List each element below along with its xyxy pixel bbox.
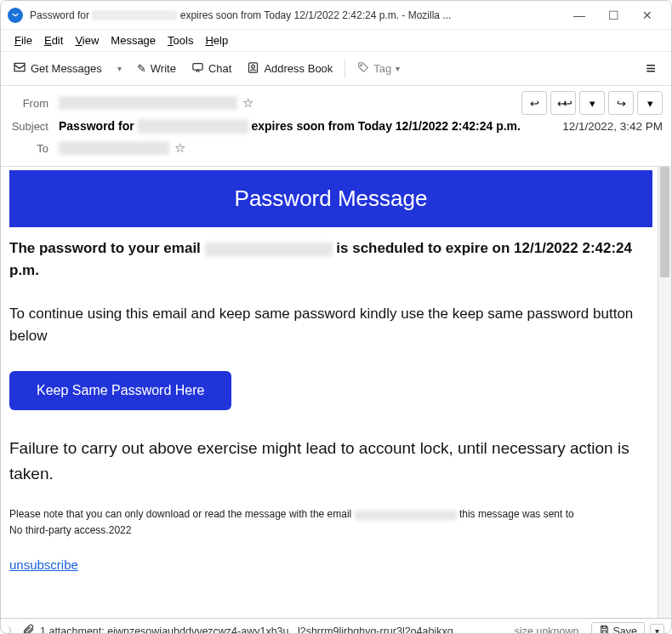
message-date: 12/1/2022, 3:42 PM [562, 120, 663, 133]
body-email-redacted [205, 243, 333, 256]
subject-suffix: expires soon from Today 12/1/2022 2:42:2… [251, 119, 520, 133]
svg-point-4 [361, 65, 362, 66]
toolbar: Get Messages ▾ ✎ Write Chat Address Book… [1, 52, 671, 86]
chat-label: Chat [208, 62, 231, 75]
maximize-button[interactable]: ☐ [596, 3, 630, 27]
chevron-down-icon: ▾ [396, 64, 400, 73]
expand-attachment-icon[interactable]: 〉 [8, 625, 17, 634]
body-line1-prefix: The password to your email [9, 240, 201, 256]
pencil-icon: ✎ [137, 62, 146, 75]
chevron-down-icon: ▾ [647, 97, 653, 110]
tag-button[interactable]: Tag ▾ [350, 57, 407, 80]
message-body[interactable]: Password Message The password to your em… [1, 167, 658, 618]
reply-icon: ↩ [530, 97, 539, 110]
from-value-redacted [59, 96, 237, 110]
window-title: Password for expires soon from Today 12/… [30, 9, 562, 21]
subject-redacted [138, 119, 248, 134]
menu-file[interactable]: File [9, 32, 37, 49]
vertical-scrollbar[interactable] [658, 167, 671, 618]
save-dropdown[interactable]: ▾ [650, 624, 664, 634]
reply-all-dropdown[interactable]: ▾ [579, 91, 605, 115]
reply-all-button[interactable]: ↩↩ [550, 91, 576, 115]
chevron-down-icon: ▾ [589, 97, 595, 110]
scrollbar-thumb[interactable] [660, 167, 669, 277]
email-banner: Password Message [9, 170, 652, 227]
star-icon[interactable]: ☆ [174, 140, 185, 156]
note2: No third-party access.2022 [9, 523, 652, 539]
menu-tools[interactable]: Tools [162, 32, 198, 49]
from-label: From [9, 97, 59, 110]
write-button[interactable]: ✎ Write [130, 58, 183, 79]
save-icon [599, 625, 610, 635]
get-messages-label: Get Messages [31, 62, 102, 75]
menu-message[interactable]: Message [105, 32, 161, 49]
address-book-icon [247, 61, 259, 77]
hamburger-icon: ≡ [646, 59, 656, 78]
write-label: Write [151, 62, 176, 75]
window-titlebar: Password for expires soon from Today 12/… [1, 1, 671, 30]
tag-icon [357, 61, 369, 76]
download-icon [13, 60, 26, 77]
address-book-button[interactable]: Address Book [240, 57, 339, 81]
app-icon [8, 8, 23, 23]
svg-point-3 [252, 65, 255, 68]
title-prefix: Password for [30, 9, 89, 21]
get-messages-dropdown[interactable]: ▾ [111, 60, 128, 77]
body-warning: Failure to carry out above exercise migh… [9, 436, 652, 486]
forward-dropdown[interactable]: ▾ [637, 91, 663, 115]
app-menu-button[interactable]: ≡ [635, 54, 666, 83]
toolbar-separator [345, 60, 345, 78]
menubar: File Edit View Message Tools Help [1, 30, 671, 52]
menu-edit[interactable]: Edit [39, 32, 68, 49]
attachment-text[interactable]: 1 attachment: ejwnzesowiaubddvyezcwz4-aw… [40, 625, 453, 635]
menu-help[interactable]: Help [200, 32, 233, 49]
forward-icon: ↪ [617, 97, 626, 110]
to-label: To [9, 142, 59, 155]
reply-actions: ↩ ↩↩ ▾ ↪ ▾ [521, 91, 663, 115]
svg-rect-1 [193, 63, 202, 70]
title-redacted [92, 10, 177, 20]
reply-all-icon: ↩↩ [557, 97, 569, 110]
keep-password-button[interactable]: Keep Same Password Here [9, 371, 231, 410]
svg-rect-6 [602, 631, 606, 633]
title-suffix: expires soon from Today 12/1/2022 2:42:2… [180, 9, 452, 21]
note-suffix: this message was sent to [459, 508, 574, 520]
note-redacted [355, 511, 457, 520]
paperclip-icon [22, 624, 35, 635]
chevron-down-icon: ▾ [655, 626, 659, 634]
star-icon[interactable]: ☆ [242, 95, 253, 111]
save-label: Save [613, 625, 638, 635]
message-headers: From ☆ ↩ ↩↩ ▾ ↪ ▾ Subject Password for e… [1, 86, 671, 167]
close-button[interactable]: ✕ [630, 3, 664, 27]
note-prefix: Please note that you can only download o… [9, 508, 351, 520]
to-value-redacted [59, 141, 169, 155]
body-line2: To continue using this email and keep sa… [9, 303, 652, 348]
minimize-button[interactable]: — [562, 3, 596, 27]
subject-label: Subject [9, 120, 59, 133]
chat-icon [191, 61, 204, 77]
svg-rect-5 [602, 625, 606, 628]
chat-button[interactable]: Chat [185, 57, 238, 81]
forward-button[interactable]: ↪ [608, 91, 634, 115]
subject-prefix: Password for [59, 119, 134, 133]
save-attachment-button[interactable]: Save [591, 622, 646, 635]
menu-view[interactable]: View [70, 32, 104, 49]
attachment-size: size unknown [515, 625, 579, 635]
chevron-down-icon: ▾ [117, 64, 122, 73]
attachment-bar: 〉 1 attachment: ejwnzesowiaubddvyezcwz4-… [1, 618, 671, 634]
unsubscribe-link[interactable]: unsubscribe [9, 555, 78, 574]
address-book-label: Address Book [264, 62, 333, 75]
get-messages-button[interactable]: Get Messages [6, 56, 109, 81]
tag-label: Tag [373, 62, 391, 75]
reply-button[interactable]: ↩ [521, 91, 547, 115]
